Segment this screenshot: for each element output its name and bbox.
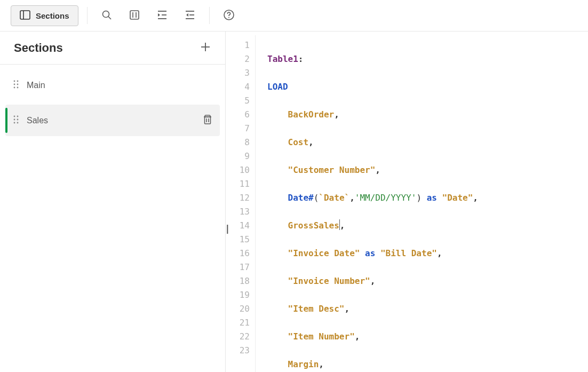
line-number: 7 — [226, 122, 250, 136]
line-number: 18 — [226, 274, 250, 288]
drag-handle-icon[interactable] — [13, 80, 19, 91]
svg-point-14 — [228, 17, 229, 18]
svg-point-24 — [17, 116, 19, 117]
script-editor[interactable]: 1 2 3 4 5 6 7 8 9 10 11 12 13 14 15 16 1… — [226, 31, 588, 372]
indent-icon — [156, 10, 168, 21]
section-item-label: Main — [27, 81, 212, 90]
section-item-label: Sales — [27, 116, 195, 125]
line-number: 15 — [226, 233, 250, 247]
svg-rect-29 — [205, 117, 211, 124]
svg-point-21 — [14, 87, 15, 89]
main-area: Sections Main — [0, 31, 588, 372]
comment-icon — [129, 9, 140, 22]
trash-icon — [203, 118, 212, 126]
line-number: 3 — [226, 66, 250, 80]
line-number: 17 — [226, 260, 250, 274]
svg-point-28 — [17, 122, 19, 124]
svg-point-25 — [14, 119, 15, 121]
toolbar-separator — [209, 7, 210, 24]
line-number: 16 — [226, 247, 250, 260]
svg-point-18 — [17, 81, 19, 82]
outdent-icon — [184, 10, 196, 21]
svg-point-20 — [17, 84, 19, 85]
line-number: 20 — [226, 302, 250, 316]
line-number: 23 — [226, 344, 250, 358]
line-number: 13 — [226, 205, 250, 219]
plus-icon — [200, 46, 211, 54]
help-button[interactable] — [218, 5, 240, 26]
help-icon — [223, 9, 235, 22]
line-number: 22 — [226, 330, 250, 344]
indent-button[interactable] — [152, 5, 173, 26]
line-number: 5 — [226, 94, 250, 108]
svg-line-3 — [108, 17, 111, 19]
svg-point-23 — [14, 116, 15, 117]
line-number: 9 — [226, 149, 250, 163]
line-number: 8 — [226, 136, 250, 149]
svg-point-26 — [17, 119, 19, 121]
outdent-button[interactable] — [179, 5, 201, 26]
add-section-button[interactable] — [197, 39, 213, 57]
line-number: 4 — [226, 80, 250, 94]
comment-toggle-button[interactable] — [124, 5, 145, 26]
line-number: 14 — [226, 219, 250, 233]
line-number: 19 — [226, 288, 250, 302]
panel-icon — [20, 10, 30, 21]
svg-point-19 — [14, 84, 15, 85]
line-number-gutter: 1 2 3 4 5 6 7 8 9 10 11 12 13 14 15 16 1… — [226, 35, 256, 372]
line-number: 12 — [226, 191, 250, 205]
svg-rect-0 — [20, 11, 30, 19]
svg-point-27 — [14, 122, 15, 124]
search-icon — [101, 10, 112, 22]
sidebar-header: Sections — [0, 31, 225, 65]
line-number: 2 — [226, 52, 250, 66]
section-item-main[interactable]: Main — [5, 70, 220, 100]
code-area[interactable]: Table1: LOAD BackOrder, Cost, "Customer … — [256, 35, 514, 372]
svg-rect-4 — [130, 11, 139, 19]
line-number: 1 — [226, 38, 250, 52]
line-number: 10 — [226, 163, 250, 177]
drag-handle-icon[interactable] — [13, 115, 19, 126]
delete-section-button[interactable] — [203, 114, 212, 126]
split-drag-handle[interactable]: || — [226, 223, 227, 234]
line-number: 6 — [226, 108, 250, 122]
svg-point-17 — [14, 81, 15, 82]
toolbar-separator — [87, 7, 88, 24]
sections-sidebar: Sections Main — [0, 31, 226, 372]
line-number: 11 — [226, 177, 250, 191]
section-list: Main Sales — [0, 65, 225, 141]
svg-point-2 — [102, 11, 109, 17]
sections-toggle-label: Sections — [36, 11, 69, 20]
sections-toggle-button[interactable]: Sections — [11, 5, 78, 26]
toolbar: Sections — [0, 0, 588, 31]
svg-point-22 — [17, 87, 19, 89]
search-button[interactable] — [96, 5, 117, 26]
sidebar-title: Sections — [14, 41, 63, 55]
section-item-sales[interactable]: Sales — [5, 105, 220, 136]
line-number: 21 — [226, 316, 250, 330]
